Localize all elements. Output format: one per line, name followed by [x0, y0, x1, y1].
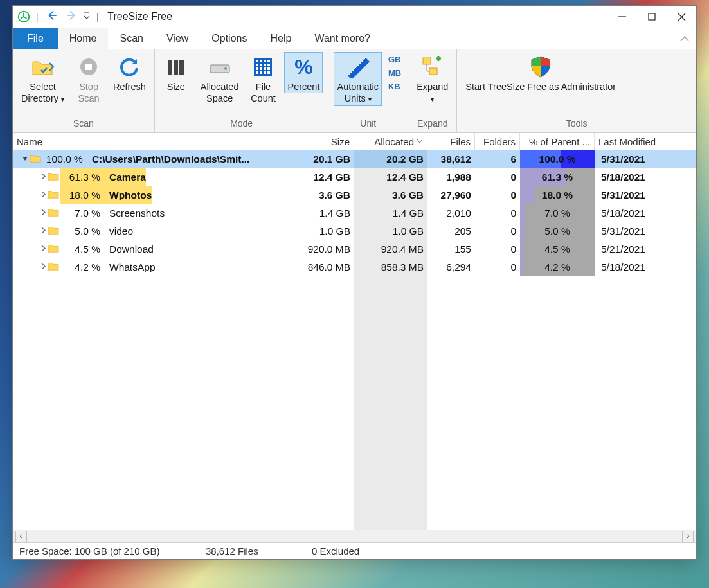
refresh-button[interactable]: Refresh: [110, 52, 149, 93]
cell-size: 920.0 MB: [278, 240, 354, 258]
scroll-left-button[interactable]: [15, 531, 27, 542]
menu-scan[interactable]: Scan: [108, 28, 154, 49]
col-modified[interactable]: Last Modified: [595, 133, 696, 150]
table-row[interactable]: 61.3 %Camera12.4 GB12.4 GB1,988061.3 %5/…: [13, 168, 696, 186]
svg-rect-14: [256, 60, 258, 62]
col-folders[interactable]: Folders: [475, 133, 520, 150]
chevron-right-icon[interactable]: [39, 263, 48, 272]
quick-access-dropdown[interactable]: [82, 11, 91, 22]
label: Expand▾: [417, 81, 448, 105]
column-headers: Name Size Allocated Files Folders % of P…: [13, 133, 696, 150]
folder-name: Camera: [104, 168, 146, 186]
cell-percent-bar: 7.0 %: [520, 204, 595, 222]
unit-mb-button[interactable]: MB: [387, 67, 402, 79]
cell-size: 846.0 MB: [278, 258, 354, 276]
chevron-right-icon[interactable]: [39, 209, 48, 218]
grid-icon: [250, 54, 276, 80]
chevron-right-icon[interactable]: [39, 227, 48, 236]
separator: |: [94, 12, 102, 22]
col-percent[interactable]: % of Parent ...: [520, 133, 595, 150]
percent-label: 5.0 %: [60, 222, 104, 240]
menu-tabs: File Home Scan View Options Help Want mo…: [13, 28, 696, 49]
nav-forward-button[interactable]: [63, 10, 80, 24]
table-row[interactable]: 100.0 %C:\Users\Parth\Downloads\Smit...2…: [13, 150, 696, 168]
table-row[interactable]: 4.5 %Download920.0 MB920.4 MB15504.5 %5/…: [13, 240, 696, 258]
svg-rect-31: [429, 68, 437, 75]
maximize-button[interactable]: [637, 6, 667, 28]
svg-point-12: [224, 67, 227, 70]
svg-rect-17: [267, 60, 270, 62]
collapse-ribbon-button[interactable]: [673, 28, 696, 49]
folder-name: C:\Users\Parth\Downloads\Smit...: [87, 150, 249, 168]
table-row[interactable]: 18.0 %Wphotos3.6 GB3.6 GB27,960018.0 %5/…: [13, 186, 696, 204]
folder-name: Download: [104, 240, 154, 258]
close-button[interactable]: [667, 6, 696, 28]
auto-units-button[interactable]: AutomaticUnits ▾: [334, 52, 381, 106]
table-row[interactable]: 5.0 %video1.0 GB1.0 GB20505.0 %5/31/2021: [13, 222, 696, 240]
folder-name: video: [104, 222, 133, 240]
col-allocated[interactable]: Allocated: [354, 133, 427, 150]
menu-view[interactable]: View: [155, 28, 200, 49]
window-controls: [607, 6, 696, 28]
chevron-right-icon[interactable]: [39, 245, 48, 254]
cell-size: 12.4 GB: [278, 168, 354, 186]
col-name[interactable]: Name: [13, 133, 278, 150]
cell-files: 27,960: [427, 186, 475, 204]
cell-folders: 0: [475, 222, 520, 240]
menu-file[interactable]: File: [13, 28, 58, 49]
horizontal-scrollbar[interactable]: [13, 530, 696, 542]
cell-allocated: 1.0 GB: [354, 222, 427, 240]
table-row[interactable]: 4.2 %WhatsApp846.0 MB858.3 MB6,29404.2 %…: [13, 258, 696, 276]
chevron-right-icon[interactable]: [39, 173, 48, 182]
app-window: | | TreeSize Free File Home Scan View Op…: [12, 5, 697, 560]
svg-rect-18: [256, 64, 258, 66]
label: AutomaticUnits ▾: [337, 81, 378, 105]
cell-files: 38,612: [427, 150, 475, 168]
ribbon-group-scan: SelectDirectory ▾ StopScan Refresh Scan: [13, 49, 155, 132]
percent-label: 4.2 %: [60, 258, 104, 276]
folder-name: WhatsApp: [104, 258, 156, 276]
folder-icon: [30, 153, 42, 166]
expand-button[interactable]: Expand▾: [413, 52, 451, 106]
table-row[interactable]: 7.0 %Screenshots1.4 GB1.4 GB2,01007.0 %5…: [13, 204, 696, 222]
mode-percent-button[interactable]: % Percent: [284, 52, 323, 93]
mode-filecount-button[interactable]: FileCount: [247, 52, 279, 105]
svg-rect-27: [260, 71, 262, 74]
menu-help[interactable]: Help: [258, 28, 303, 49]
run-as-admin-button[interactable]: Start TreeSize Free as Administrator: [462, 52, 619, 93]
mode-allocated-button[interactable]: AllocatedSpace: [197, 52, 242, 105]
chevron-down-icon[interactable]: [21, 155, 30, 164]
cell-files: 2,010: [427, 204, 475, 222]
label: AllocatedSpace: [201, 81, 239, 104]
unit-kb-button[interactable]: KB: [387, 80, 402, 93]
col-files[interactable]: Files: [427, 133, 475, 150]
mode-size-button[interactable]: Size: [160, 52, 192, 93]
col-size[interactable]: Size: [278, 133, 354, 150]
percent-icon: %: [291, 54, 316, 80]
menu-home[interactable]: Home: [58, 28, 109, 49]
menu-options[interactable]: Options: [200, 28, 258, 49]
svg-rect-30: [423, 58, 431, 64]
ribbon: SelectDirectory ▾ StopScan Refresh Scan: [13, 49, 696, 133]
percent-label: 7.0 %: [60, 204, 104, 222]
tree-rows: 100.0 %C:\Users\Parth\Downloads\Smit...2…: [13, 150, 696, 530]
stop-icon: [76, 54, 102, 80]
svg-rect-16: [264, 60, 266, 62]
percent-label: 100.0 %: [42, 150, 87, 168]
cell-percent-bar: 100.0 %: [520, 150, 595, 168]
unit-list: GB MB KB: [387, 52, 402, 93]
select-directory-button[interactable]: SelectDirectory ▾: [18, 52, 67, 106]
refresh-icon: [116, 54, 142, 80]
menu-want-more[interactable]: Want more?: [303, 28, 382, 49]
group-label: Mode: [155, 118, 328, 132]
svg-rect-24: [264, 67, 266, 70]
stop-scan-button[interactable]: StopScan: [73, 52, 105, 105]
nav-back-button[interactable]: [44, 10, 60, 24]
chevron-right-icon[interactable]: [39, 191, 48, 200]
cell-files: 205: [427, 222, 475, 240]
unit-gb-button[interactable]: GB: [387, 53, 402, 66]
label: StopScan: [78, 81, 100, 104]
scroll-right-button[interactable]: [682, 531, 694, 542]
folder-icon: [48, 171, 60, 184]
minimize-button[interactable]: [607, 6, 637, 28]
